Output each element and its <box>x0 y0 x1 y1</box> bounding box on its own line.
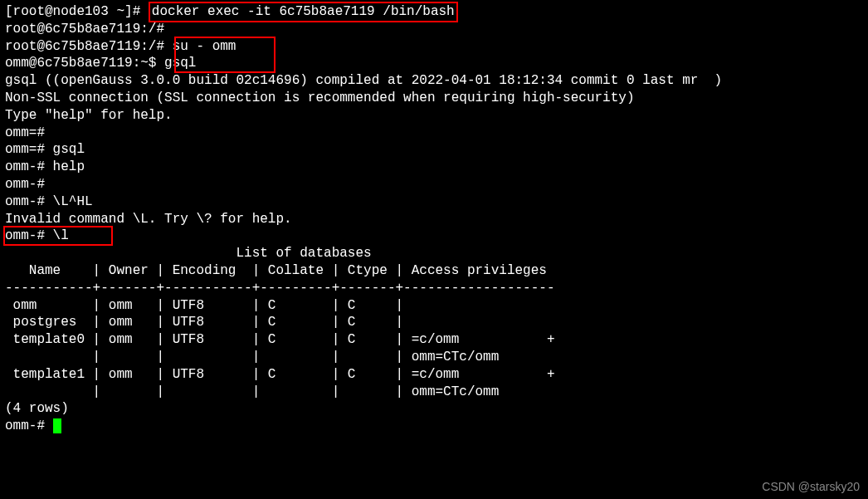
terminal-line: omm=# <box>5 125 863 142</box>
db-list-title: List of databases <box>5 245 863 262</box>
terminal-line: omm-# \L^HL <box>5 193 863 211</box>
db-list-divider: -----------+-------+-----------+--------… <box>5 280 863 297</box>
terminal-line: root@6c75b8ae7119:/# su - omm <box>5 38 863 56</box>
table-row: template0 | omm | UTF8 | C | C | =c/omm … <box>5 331 863 349</box>
highlight-docker-cmd: docker exec -it 6c75b8ae7119 /bin/bash <box>149 2 458 22</box>
terminal-line: omm-# <box>5 176 863 193</box>
terminal-line: omm@6c75b8ae7119:~$ gsql <box>5 55 863 72</box>
terminal-line: omm=# gsql <box>5 141 863 159</box>
host-prompt: [root@node103 ~]# <box>5 4 149 19</box>
watermark-text: CSDN @starsky20 <box>762 479 860 494</box>
table-row: postgres | omm | UTF8 | C | C | <box>5 314 863 331</box>
terminal-line: root@6c75b8ae7119:/# <box>5 21 863 38</box>
table-row: | | | | | omm=CTc/omm <box>5 384 863 401</box>
terminal-line: omm-# help <box>5 159 863 176</box>
db-list-header: Name | Owner | Encoding | Collate | Ctyp… <box>5 262 863 280</box>
terminal-line: Type "help" for help. <box>5 107 863 125</box>
highlight-su-gsql <box>174 37 276 73</box>
row-count: (4 rows) <box>5 400 863 418</box>
highlight-list-cmd <box>3 226 113 246</box>
cursor-block <box>53 418 61 433</box>
terminal-line: gsql ((openGauss 3.0.0 build 02c14696) c… <box>5 72 863 90</box>
table-row: omm | omm | UTF8 | C | C | <box>5 297 863 315</box>
terminal-prompt-active[interactable]: omm-# <box>5 418 863 435</box>
table-row: | | | | | omm=CTc/omm <box>5 349 863 366</box>
terminal-line: omm-# \l <box>5 227 863 245</box>
terminal-line: [root@node103 ~]# docker exec -it 6c75b8… <box>5 3 863 21</box>
table-row: template1 | omm | UTF8 | C | C | =c/omm … <box>5 366 863 384</box>
terminal-line: Invalid command \L. Try \? for help. <box>5 211 863 228</box>
terminal-line: Non-SSL connection (SSL connection is re… <box>5 90 863 107</box>
